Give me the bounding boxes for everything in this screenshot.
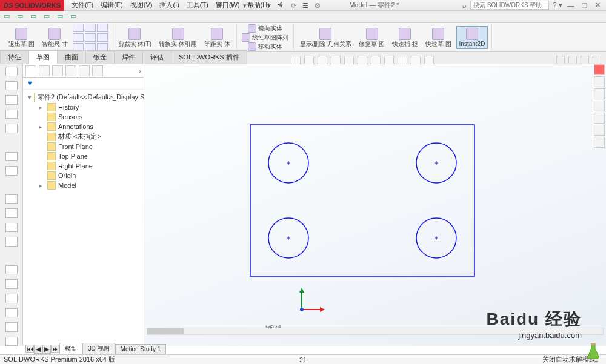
tool-4[interactable]: ▭	[44, 12, 53, 22]
trim-button[interactable]: 剪裁实 体(T)	[116, 27, 155, 48]
tool-3[interactable]: ▭	[30, 12, 40, 22]
tree-root[interactable]: ▾零件2 (Default<<Default>_Display Sta	[25, 92, 141, 102]
lt-8[interactable]	[5, 194, 18, 204]
tree-annotations[interactable]: ▸Annotations	[36, 122, 141, 131]
taskpane-close-icon[interactable]	[594, 64, 605, 75]
move-button[interactable]: 移动实体	[241, 42, 290, 51]
print-icon[interactable]: ▾	[252, 1, 262, 10]
fmgr-tab-prop[interactable]	[39, 65, 50, 76]
lt-13[interactable]	[5, 279, 18, 289]
lt-2[interactable]	[5, 81, 18, 91]
undo-icon[interactable]: ▾	[264, 1, 274, 10]
lt-14[interactable]	[5, 294, 18, 303]
maximize-icon[interactable]: ▢	[579, 1, 589, 9]
btab-nav-prev[interactable]: ◀	[34, 345, 42, 354]
lt-16[interactable]	[5, 322, 18, 332]
btab-model[interactable]: 模型	[59, 343, 82, 355]
lt-3[interactable]	[5, 95, 18, 105]
tree-history[interactable]: ▸History	[36, 102, 141, 112]
graphics-viewport[interactable]: *前视	[144, 64, 606, 346]
save-icon[interactable]: ▾	[240, 1, 250, 10]
tool-1[interactable]: ▭	[4, 12, 13, 22]
taskpane-design-lib-icon[interactable]	[594, 88, 605, 99]
tab-sketch[interactable]: 草图	[28, 50, 58, 64]
search-magnifier-icon[interactable]: ⌕	[462, 2, 467, 9]
lt-15[interactable]	[5, 308, 18, 318]
tab-sheetmetal[interactable]: 钣金	[85, 50, 115, 64]
open-doc-icon[interactable]: ▾	[228, 1, 238, 10]
tree-model[interactable]: ▸Model	[36, 180, 141, 190]
linear-pattern-button[interactable]: 线性草图阵列	[241, 33, 290, 42]
doc-max-icon[interactable]	[581, 56, 589, 64]
fmgr-tab-dim[interactable]	[65, 65, 76, 76]
btab-nav-next[interactable]: ▶	[42, 345, 51, 354]
doc-restore-icon[interactable]	[556, 56, 565, 64]
taskpane-file-explorer-icon[interactable]	[594, 101, 605, 111]
rect-tool[interactable]	[85, 24, 96, 32]
relations-button[interactable]: 显示/删除 几何关系	[298, 27, 355, 48]
btab-nav-last[interactable]: ⏭	[51, 345, 59, 353]
help-search-input[interactable]	[470, 1, 549, 10]
lt-5[interactable]	[5, 124, 18, 133]
tree-material[interactable]: 材质 <未指定>	[36, 131, 141, 142]
lt-11[interactable]	[5, 237, 18, 247]
taskpane-resources-icon[interactable]	[594, 76, 605, 87]
viewport-hscroll[interactable]	[147, 328, 604, 335]
lt-17[interactable]	[5, 337, 18, 346]
lt-4[interactable]	[5, 110, 18, 119]
help-dropdown-icon[interactable]: ? ▾	[553, 1, 562, 9]
taskpane-appearances-icon[interactable]	[594, 125, 605, 136]
instant2d-button[interactable]: Instant2D	[456, 26, 488, 49]
tab-weldments[interactable]: 焊件	[114, 50, 143, 64]
fmgr-tab-tree[interactable]	[25, 65, 36, 76]
lt-10[interactable]	[5, 223, 18, 233]
convert-button[interactable]: 转换实 体引用	[156, 27, 199, 48]
fmgr-tab-config[interactable]	[52, 65, 63, 76]
tree-sensors[interactable]: Sensors	[36, 112, 141, 122]
arc-tool[interactable]	[73, 33, 84, 42]
btab-3dview[interactable]: 3D 视图	[82, 343, 115, 355]
smart-dimension-button[interactable]: 智能尺 寸	[39, 27, 70, 48]
tree-origin[interactable]: Origin	[36, 171, 141, 180]
tree-front-plane[interactable]: Front Plane	[36, 142, 141, 151]
repair-sketch-button[interactable]: 修复草 图	[356, 27, 387, 48]
mirror-button[interactable]: 镜向实体	[241, 24, 290, 33]
btab-nav-first[interactable]: ⏮	[25, 345, 34, 353]
fmgr-tab-display[interactable]	[79, 65, 90, 76]
spline-tool[interactable]	[85, 33, 96, 42]
menu-insert[interactable]: 插入(I)	[156, 0, 182, 11]
lt-6[interactable]	[5, 152, 18, 162]
offset-button[interactable]: 等距实 体	[202, 27, 233, 48]
menu-edit[interactable]: 编辑(E)	[97, 0, 127, 11]
settings-icon[interactable]: ⚙	[313, 1, 322, 10]
lt-12[interactable]	[5, 265, 18, 275]
taskpane-custom-props-icon[interactable]	[594, 137, 605, 148]
exit-sketch-button[interactable]: 退出草 图	[6, 27, 37, 48]
cursor-icon[interactable]: ▭	[17, 12, 27, 22]
tool-6[interactable]: ▭	[70, 12, 80, 22]
tool-5[interactable]: ▭	[57, 12, 67, 22]
lt-7[interactable]	[5, 166, 18, 176]
ellipse-tool[interactable]	[97, 33, 108, 42]
lt-1[interactable]	[5, 67, 18, 76]
taskpane-view-palette-icon[interactable]	[594, 113, 605, 124]
doc-close-icon[interactable]	[593, 56, 601, 64]
menu-file[interactable]: 文件(F)	[68, 0, 97, 11]
tree-right-plane[interactable]: Right Plane	[36, 161, 141, 171]
tab-surfaces[interactable]: 曲面	[57, 50, 86, 64]
minimize-icon[interactable]: —	[566, 2, 576, 9]
doc-min-icon[interactable]	[568, 56, 577, 64]
quick-snap-button[interactable]: 快速捕 捉	[390, 27, 421, 48]
btab-motion[interactable]: Motion Study 1	[115, 344, 167, 354]
funnel-icon[interactable]: ▼	[27, 79, 35, 88]
rapid-sketch-button[interactable]: 快速草 图	[423, 27, 454, 48]
menu-view[interactable]: 视图(V)	[127, 0, 156, 11]
rebuild-icon[interactable]: ⟳	[288, 1, 298, 10]
tab-features[interactable]: 特征	[0, 50, 29, 64]
lt-9[interactable]	[5, 208, 18, 218]
menu-tools[interactable]: 工具(T)	[183, 0, 212, 11]
tree-top-plane[interactable]: Top Plane	[36, 151, 141, 161]
tab-evaluate[interactable]: 评估	[142, 50, 171, 64]
fmgr-tab-appear[interactable]	[92, 65, 103, 76]
fmgr-expand-icon[interactable]: ›	[139, 67, 141, 74]
